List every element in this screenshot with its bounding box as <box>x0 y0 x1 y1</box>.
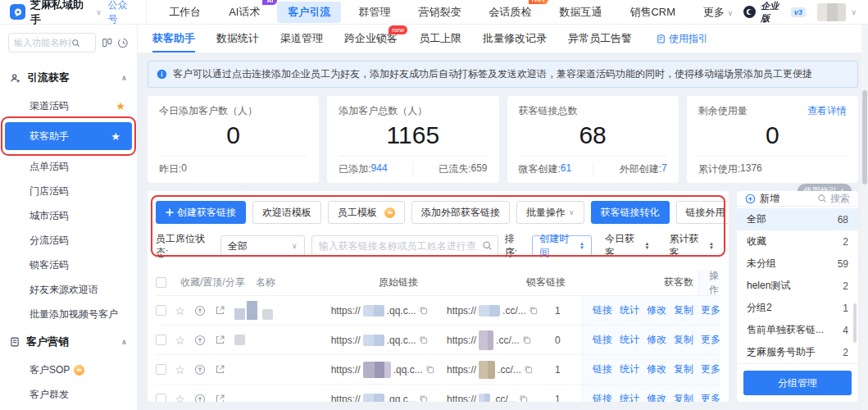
nav-workbench[interactable]: 工作台 <box>158 2 211 23</box>
copy-icon[interactable] <box>524 365 533 374</box>
history-icon[interactable] <box>118 38 129 48</box>
group-item-favorites[interactable]: 收藏2 <box>737 230 858 253</box>
action-more[interactable]: 更多 <box>701 303 720 317</box>
action-edit[interactable]: 修改 <box>647 333 666 347</box>
link-external-use-button[interactable]: 链接外用 <box>676 201 729 224</box>
group-item-all[interactable]: 全部68 <box>737 208 858 230</box>
view-details-link[interactable]: 查看详情 <box>807 104 847 118</box>
nav-sales-crm[interactable]: 销售CRM <box>619 2 686 23</box>
sort-create-time[interactable]: 创建时间▲▼ <box>532 235 592 257</box>
share-external-icon[interactable] <box>215 364 225 375</box>
usage-guide-link[interactable]: 使用指引 <box>657 32 708 46</box>
group-item-ungrouped[interactable]: 未分组59 <box>737 253 858 275</box>
tab-acquisition-assistant[interactable]: 获客助手 <box>152 25 195 52</box>
star-outline-icon[interactable]: ☆ <box>175 363 186 376</box>
staff-template-button[interactable]: 员工模板 <box>328 201 405 224</box>
tab-batch-modify-records[interactable]: 批量修改记录 <box>483 25 547 52</box>
group-item-presale[interactable]: 售前单独获客链...4 <box>737 319 858 341</box>
action-link[interactable]: 链接 <box>593 303 612 317</box>
group-manage-button[interactable]: 分组管理 <box>743 371 852 395</box>
star-outline-icon[interactable]: ☆ <box>175 334 186 347</box>
action-stats[interactable]: 统计 <box>620 333 639 347</box>
tab-staff-limit[interactable]: 员工上限 <box>419 25 461 52</box>
action-more[interactable]: 更多 <box>701 362 720 376</box>
action-stats[interactable]: 统计 <box>620 362 639 376</box>
action-stats[interactable]: 统计 <box>620 392 639 402</box>
avatar[interactable] <box>817 3 846 21</box>
sidebar-section-acquisition[interactable]: 引流获客 ∧ <box>0 62 137 93</box>
action-copy[interactable]: 复制 <box>674 362 693 376</box>
page-scrollbar[interactable] <box>861 25 868 410</box>
row-checkbox[interactable] <box>156 335 166 345</box>
batch-operation-button[interactable]: 批量操作 ∨ <box>516 201 584 224</box>
group-item-service-assistant[interactable]: 芝麻服务号助手2 <box>737 341 858 363</box>
nav-chat-inspection[interactable]: 会话质检HOT <box>478 2 542 23</box>
sidebar-item-order-code[interactable]: 点单活码 <box>0 154 137 179</box>
action-link[interactable]: 链接 <box>593 392 612 402</box>
nav-customer-acquisition[interactable]: 客户引流 <box>277 2 341 23</box>
sidebar-item-lock-code[interactable]: 锁客活码 <box>0 253 137 277</box>
brand-chevron-down-icon[interactable]: ∨ <box>96 8 102 16</box>
copy-icon[interactable] <box>519 394 528 402</box>
share-external-icon[interactable] <box>215 305 225 316</box>
select-all-checkbox[interactable] <box>156 277 166 288</box>
star-outline-icon[interactable]: ☆ <box>175 304 186 317</box>
favorite-star-icon[interactable]: ★ <box>111 130 120 143</box>
action-edit[interactable]: 修改 <box>647 362 666 376</box>
copy-icon[interactable] <box>425 365 434 374</box>
group-item-group2[interactable]: 分组21 <box>737 297 858 319</box>
action-copy[interactable]: 复制 <box>674 303 693 317</box>
copy-icon[interactable] <box>529 306 538 315</box>
add-group-button[interactable]: 新增 <box>745 192 779 206</box>
sidebar-item-customer-sop[interactable]: 客户SOP <box>0 358 137 382</box>
sidebar-item-city-code[interactable]: 城市活码 <box>0 203 137 228</box>
sidebar-item-customer-mass-send[interactable]: 客户群发 <box>0 382 137 407</box>
copy-icon[interactable] <box>419 306 428 315</box>
action-link[interactable]: 链接 <box>593 333 612 347</box>
brand[interactable]: 芝麻私域助手 ∨ 公众号 <box>0 0 147 24</box>
sort-today-acquired[interactable]: 今日获客▲▼ <box>598 235 657 257</box>
nav-data-exchange[interactable]: 数据互通 <box>548 2 612 23</box>
groups-scrollbar-thumb[interactable] <box>853 303 857 343</box>
sidebar-section-marketing[interactable]: 客户营销 ∧ <box>0 326 137 358</box>
action-stats[interactable]: 统计 <box>620 303 639 317</box>
tab-abnormal-staff-alert[interactable]: 异常员工告警 <box>568 25 632 52</box>
copy-icon[interactable] <box>419 335 428 344</box>
copy-icon[interactable] <box>419 394 428 402</box>
external-created-link[interactable]: 7 <box>661 162 667 176</box>
action-edit[interactable]: 修改 <box>647 392 666 402</box>
row-checkbox[interactable] <box>156 305 166 316</box>
account-type-link[interactable]: 公众号 <box>108 0 136 26</box>
pin-top-icon[interactable] <box>194 305 206 317</box>
nav-more[interactable]: 更多 ∨ <box>693 2 743 23</box>
sort-total-acquired[interactable]: 累计获客▲▼ <box>662 235 720 257</box>
bookmark-icon[interactable] <box>102 38 112 48</box>
nav-group-management[interactable]: 群管理 <box>348 2 401 23</box>
seat-status-select[interactable]: 全部 ∨ <box>220 235 305 257</box>
user-chevron-down-icon[interactable]: ∨ <box>851 8 857 16</box>
favorite-star-icon[interactable]: ★ <box>116 100 125 112</box>
action-more[interactable]: 更多 <box>701 392 720 402</box>
sidebar-search-input[interactable] <box>14 38 71 48</box>
add-external-link-button[interactable]: 添加外部获客链接 <box>411 201 510 224</box>
pin-top-icon[interactable] <box>194 394 206 403</box>
share-external-icon[interactable] <box>215 335 225 345</box>
sidebar-search[interactable] <box>8 33 96 52</box>
sidebar-item-split-code[interactable]: 分流活码 <box>0 228 137 253</box>
row-checkbox[interactable] <box>156 394 166 402</box>
link-conversion-button[interactable]: 获客链接转化 <box>591 201 670 224</box>
added-count-link[interactable]: 944 <box>371 162 388 176</box>
share-external-icon[interactable] <box>215 394 225 402</box>
action-copy[interactable]: 复制 <box>674 392 693 402</box>
tab-cross-enterprise-lock[interactable]: 跨企业锁客new <box>344 25 398 52</box>
nav-ai-script[interactable]: AI话术AI <box>218 2 270 23</box>
group-item-helen-test[interactable]: helen测试2 <box>737 275 858 297</box>
sidebar-item-store-code[interactable]: 门店活码 <box>0 179 137 203</box>
nav-marketing-fission[interactable]: 营销裂变 <box>407 2 471 23</box>
welcome-template-button[interactable]: 欢迎语模板 <box>252 201 321 224</box>
sidebar-item-friend-source-welcome[interactable]: 好友来源欢迎语 <box>0 277 137 302</box>
action-more[interactable]: 更多 <box>701 333 720 347</box>
pin-top-icon[interactable] <box>194 364 206 376</box>
row-checkbox[interactable] <box>156 364 166 375</box>
sidebar-item-per-customer-send[interactable]: 逐客群发 <box>0 407 137 410</box>
